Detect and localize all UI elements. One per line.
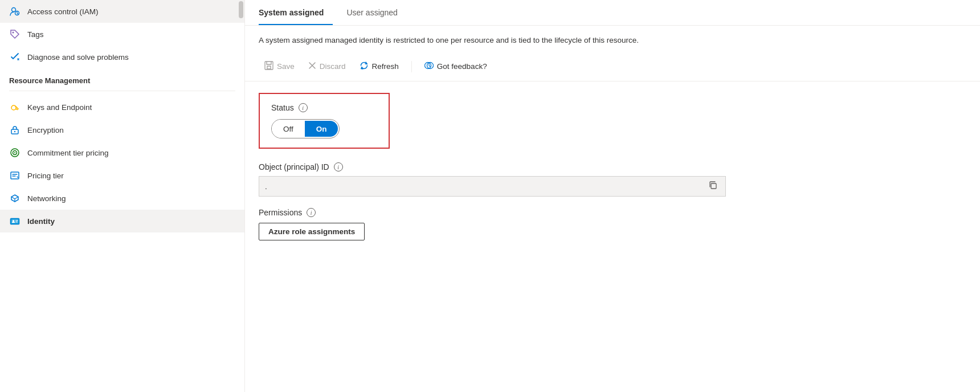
sidebar-item-diagnose[interactable]: Diagnose and solve problems <box>0 46 244 68</box>
resource-management-header: Resource Management <box>0 68 244 88</box>
save-label: Save <box>277 62 295 71</box>
access-control-icon <box>9 6 21 17</box>
toggle-off-option[interactable]: Off <box>272 120 305 138</box>
svg-point-8 <box>14 152 15 153</box>
feedback-label: Got feedback? <box>437 62 487 71</box>
refresh-icon <box>360 61 369 72</box>
keys-icon <box>9 101 21 113</box>
sidebar-item-label: Diagnose and solve problems <box>27 53 129 62</box>
permissions-section: Permissions i Azure role assignments <box>259 208 966 240</box>
object-id-field: . <box>259 176 726 197</box>
object-id-section: Object (principal) ID i . <box>259 162 966 197</box>
svg-rect-17 <box>711 183 716 189</box>
sidebar-item-label: Commitment tier pricing <box>27 149 109 157</box>
identity-icon <box>9 215 21 227</box>
status-label-row: Status i <box>271 103 377 112</box>
object-id-info-icon[interactable]: i <box>334 162 343 172</box>
sidebar-item-encryption[interactable]: Encryption <box>0 119 244 141</box>
tags-icon <box>9 28 21 40</box>
refresh-button[interactable]: Refresh <box>354 58 405 75</box>
sidebar-divider <box>9 91 235 91</box>
tab-system-assigned[interactable]: System assigned <box>259 0 333 25</box>
toolbar-divider <box>411 61 412 72</box>
sidebar-item-tags[interactable]: Tags <box>0 23 244 46</box>
sidebar: Access control (IAM) Tags Diagnose and s… <box>0 0 245 392</box>
main-content: System assigned User assigned A system a… <box>245 0 980 392</box>
sidebar-item-label: Encryption <box>27 126 64 134</box>
sidebar-item-label: Access control (IAM) <box>27 7 99 16</box>
svg-point-2 <box>13 32 14 34</box>
networking-icon <box>9 193 21 204</box>
sidebar-item-access-control[interactable]: Access control (IAM) <box>0 0 244 23</box>
permissions-label-row: Permissions i <box>259 208 966 217</box>
object-id-label: Object (principal) ID <box>259 162 329 172</box>
scroll-indicator <box>239 1 243 18</box>
object-id-value: . <box>265 182 706 191</box>
sidebar-item-label: Keys and Endpoint <box>27 103 92 112</box>
sidebar-item-label: Tags <box>27 30 44 39</box>
sidebar-item-label: Identity <box>27 217 55 226</box>
feedback-icon <box>424 61 434 72</box>
tabs-container: System assigned User assigned <box>245 0 980 26</box>
sidebar-item-label: Networking <box>27 194 66 203</box>
toggle-switch[interactable]: Off On <box>271 119 340 138</box>
sidebar-item-networking[interactable]: Networking <box>0 187 244 210</box>
discard-label: Discard <box>320 62 346 71</box>
svg-rect-9 <box>11 172 19 179</box>
sidebar-item-label: Pricing tier <box>27 172 64 180</box>
svg-point-0 <box>12 8 16 12</box>
tab-user-assigned[interactable]: User assigned <box>346 0 407 25</box>
sidebar-item-identity[interactable]: Identity <box>0 210 244 232</box>
status-info-icon[interactable]: i <box>299 103 308 112</box>
discard-button[interactable]: Discard <box>303 58 352 75</box>
encryption-icon <box>9 124 21 136</box>
content-area: Status i Off On Object (principal) ID i … <box>245 81 980 252</box>
status-section: Status i Off On <box>259 93 390 149</box>
refresh-label: Refresh <box>372 62 399 71</box>
pricing-icon <box>9 170 21 181</box>
sidebar-item-pricing-tier[interactable]: Pricing tier <box>0 164 244 187</box>
diagnose-icon <box>9 51 21 63</box>
tab-description: A system assigned managed identity is re… <box>245 26 872 52</box>
toolbar: Save Discard Refresh <box>245 52 980 81</box>
azure-role-assignments-button[interactable]: Azure role assignments <box>259 223 365 240</box>
status-label: Status <box>271 103 294 112</box>
svg-point-5 <box>14 131 15 132</box>
feedback-button[interactable]: Got feedback? <box>419 58 493 75</box>
object-id-label-row: Object (principal) ID i <box>259 162 966 172</box>
sidebar-item-commitment-tier[interactable]: Commitment tier pricing <box>0 141 244 164</box>
commitment-icon <box>9 147 21 158</box>
svg-rect-14 <box>265 62 273 70</box>
toggle-on-option[interactable]: On <box>305 121 338 137</box>
save-button[interactable]: Save <box>259 58 300 75</box>
permissions-label: Permissions <box>259 208 302 217</box>
permissions-info-icon[interactable]: i <box>307 208 316 217</box>
save-icon <box>264 61 273 72</box>
copy-icon[interactable] <box>706 179 720 193</box>
sidebar-item-keys-endpoint[interactable]: Keys and Endpoint <box>0 96 244 119</box>
discard-icon <box>308 62 316 71</box>
